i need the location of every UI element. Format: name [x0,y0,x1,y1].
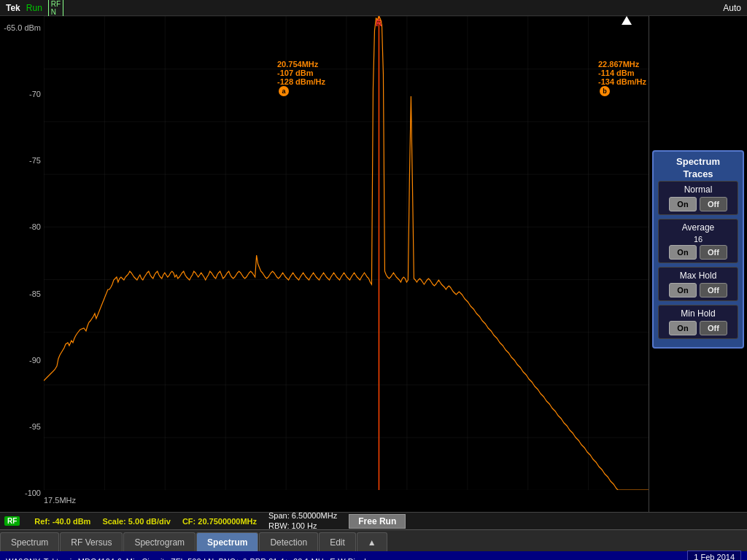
maxhold-on-button[interactable]: On [669,283,697,298]
spectrum-traces-panel: Spectrum Traces Normal On Off Average 16… [652,150,744,349]
tab-arrow-up[interactable]: ▲ [357,532,387,551]
spectrum-svg: R [44,16,649,490]
tab-bar: Spectrum RF Versus Spectrogram Spectrum … [0,529,747,551]
minhold-btn-row: On Off [662,321,735,335]
average-on-button[interactable]: On [669,245,697,260]
normal-off-button[interactable]: Off [700,197,727,211]
minhold-on-button[interactable]: On [669,321,697,335]
span-label: Span: 6.50000MHz [268,511,337,521]
tab-spectrum-1[interactable]: Spectrum [0,532,59,551]
y-axis: -65.0 dBm -70 -75 -80 -85 -90 -95 -100 [0,16,44,512]
cf-label: CF: 20.7500000MHz [182,517,257,526]
rf-n-badge: RFN [48,0,63,18]
tek-label: Tek [6,3,20,13]
date-label: 1 Feb 2014 [694,553,735,560]
y-label-1: -65.0 dBm [0,23,44,32]
right-panel: Spectrum Traces Normal On Off Average 16… [649,16,747,512]
panel-title-2: Traces [658,168,738,179]
panel-title-1: Spectrum [658,156,738,167]
top-bar-left: Tek Run RFN [6,0,63,18]
marker-b-circle: b [600,86,610,96]
minhold-section: Min Hold On Off [658,305,738,339]
normal-on-button[interactable]: On [669,197,697,211]
maxhold-section: Max Hold On Off [658,267,738,301]
minhold-label: Min Hold [662,308,735,319]
y-label-5: -85 [0,289,44,298]
marker-a-circle: a [279,86,289,96]
normal-section: Normal On Off [658,181,738,215]
ref-label: Ref: -40.0 dBm [34,517,90,526]
marker-a-info: 20.754MHz -107 dBm -128 dBm/Hz a [277,60,325,96]
status-bar: RF Ref: -40.0 dBm Scale: 5.00 dB/div CF:… [0,512,747,529]
y-label-3: -75 [0,156,44,165]
bottom-text: WA9ONY, Tektronix MDO4104-6, Min-Circuit… [6,557,371,560]
chart-area: -65.0 dBm -70 -75 -80 -85 -90 -95 -100 [0,16,649,512]
tab-rf-versus[interactable]: RF Versus [60,532,123,551]
top-bar: Tek Run RFN Auto [0,0,747,16]
marker-b-density: -134 dBm/Hz [598,77,646,86]
free-run-button[interactable]: Free Run [349,514,406,529]
y-label-4: -80 [0,222,44,231]
main-area: -65.0 dBm -70 -75 -80 -85 -90 -95 -100 [0,16,747,512]
normal-btn-row: On Off [662,197,735,211]
marker-b-power: -114 dBm [598,69,646,77]
maxhold-label: Max Hold [662,271,735,281]
x-freq-label: 17.5MHz [44,496,76,505]
tab-edit[interactable]: Edit [319,532,356,551]
marker-a-freq: 20.754MHz [277,60,325,69]
y-label-2: -70 [0,90,44,98]
average-section: Average 16 On Off [658,219,738,263]
maxhold-off-button[interactable]: Off [700,283,727,298]
y-label-7: -95 [0,422,44,431]
y-label-6: -90 [0,356,44,365]
run-label: Run [26,3,42,13]
minhold-off-button[interactable]: Off [700,321,727,335]
normal-label: Normal [662,184,735,195]
marker-a-density: -128 dBm/Hz [277,77,325,86]
datetime-box: 1 Feb 2014 14:50:11 [687,551,741,560]
average-num: 16 [662,235,735,244]
rbw-label: RBW: 100 Hz [268,521,337,531]
rf-badge: RF [4,516,20,526]
y-label-8: -100 [0,489,44,497]
maxhold-btn-row: On Off [662,283,735,298]
bottom-bar: WA9ONY, Tektronix MDO4104-6, Min-Circuit… [0,551,747,560]
auto-label: Auto [723,3,741,13]
marker-b-freq: 22.867MHz [598,60,646,69]
average-label: Average [662,222,735,233]
scale-label: Scale: 5.00 dB/div [102,517,171,526]
marker-a-power: -107 dBm [277,69,325,77]
average-off-button[interactable]: Off [700,245,727,260]
svg-rect-1 [44,16,649,490]
tab-detection[interactable]: Detection [259,532,318,551]
tab-spectrogram[interactable]: Spectrogram [123,532,196,551]
chart-canvas: R [44,16,649,490]
tab-spectrum-2[interactable]: Spectrum [196,532,258,551]
marker-b-info: 22.867MHz -114 dBm -134 dBm/Hz b [598,60,646,96]
average-btn-row: On Off [662,245,735,260]
